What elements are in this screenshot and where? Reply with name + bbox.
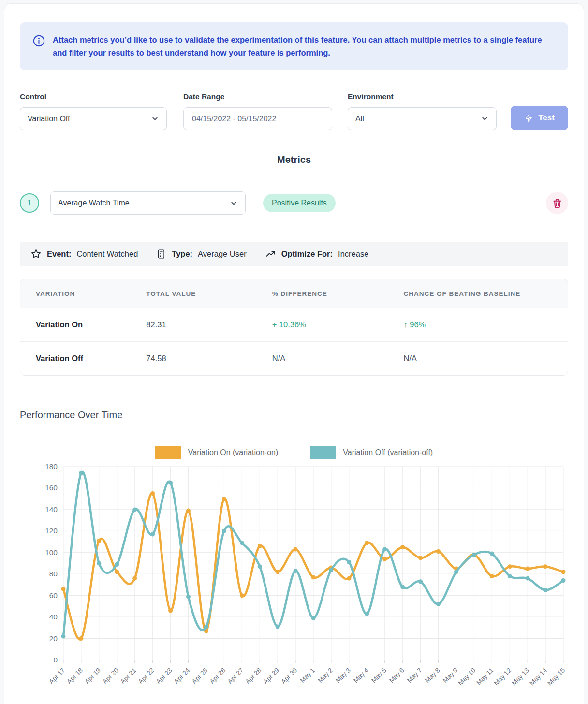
info-icon [32, 34, 45, 47]
legend-swatch [310, 446, 336, 459]
x-axis-label: May 13 [510, 667, 530, 687]
y-axis-label: 60 [49, 591, 58, 600]
chart-data-point [79, 471, 83, 475]
chevron-down-icon [151, 115, 159, 123]
chart-data-point [61, 634, 66, 639]
chart-data-point [526, 576, 530, 581]
chart-data-point [240, 594, 244, 598]
table-column-header: CHANCE OF BEATING BASELINE [403, 279, 568, 308]
y-axis-label: 140 [45, 505, 58, 513]
environment-select[interactable]: All [348, 107, 497, 130]
optimize-label: Optimize For: [281, 249, 333, 259]
chart-data-point [508, 565, 512, 569]
optimize-detail: Optimize For: Increase [265, 249, 369, 260]
chart-data-point [382, 547, 387, 552]
divider-line [20, 160, 268, 160]
table-cell: 74.58 [146, 342, 272, 376]
table-cell: N/A [272, 342, 404, 376]
x-axis-label: May 3 [334, 667, 352, 685]
chart-data-point [311, 616, 316, 620]
divider-line [132, 415, 568, 415]
test-button[interactable]: Test [511, 106, 568, 130]
x-axis-label: Apr 26 [208, 667, 227, 686]
control-select-value: Variation Off [28, 115, 70, 123]
type-value: Average User [198, 249, 247, 259]
chart-data-point [526, 567, 530, 571]
chart-data-point [544, 588, 548, 592]
x-axis-label: May 10 [457, 667, 477, 687]
y-axis-label: 80 [49, 570, 58, 578]
event-value: Content Watched [76, 249, 138, 259]
y-axis-label: 100 [45, 548, 58, 557]
table-column-header: TOTAL VALUE [146, 279, 272, 308]
delete-metric-button[interactable] [546, 192, 568, 214]
event-detail: Event: Content Watched [30, 249, 138, 260]
x-axis-label: May 1 [299, 667, 317, 685]
x-axis-label: May 5 [370, 667, 388, 685]
legend-item[interactable]: Variation Off (variation-off) [310, 446, 433, 459]
chart-data-point [150, 532, 155, 537]
x-axis-label: May 4 [352, 667, 370, 685]
table-row: Variation On82.31+ 10.36%↑ 96% [20, 308, 568, 342]
x-axis-label: Apr 19 [83, 667, 102, 686]
x-axis-label: May 14 [528, 667, 548, 687]
x-axis-label: Apr 22 [137, 667, 156, 686]
lightning-bolt-icon [524, 114, 533, 123]
chart-data-point [168, 609, 173, 613]
type-label: Type: [172, 249, 192, 259]
control-label: Control [20, 92, 167, 101]
x-axis-label: Apr 17 [47, 667, 66, 686]
chart-data-point [294, 569, 298, 573]
chart-data-point [132, 508, 137, 512]
legend-item[interactable]: Variation On (variation-on) [155, 446, 278, 459]
chart-data-point [168, 481, 173, 485]
table-column-header: % DIFFERENCE [272, 279, 404, 308]
trending-up-icon [265, 249, 276, 260]
trash-icon [552, 198, 563, 209]
experiment-panel: Attach metrics you’d like to use to vali… [4, 3, 584, 704]
y-axis-label: 160 [45, 484, 58, 492]
x-axis-label: Apr 18 [65, 667, 84, 686]
table-cell: N/A [403, 342, 568, 376]
legend-label: Variation On (variation-on) [188, 448, 278, 457]
chart-section-header: Performance Over Time [20, 410, 568, 421]
calculator-icon [156, 249, 166, 259]
environment-select-value: All [355, 115, 364, 123]
event-label: Event: [47, 249, 71, 259]
legend-swatch [155, 446, 181, 459]
chart-data-point [436, 549, 441, 554]
result-badge: Positive Results [263, 194, 336, 212]
date-range-input[interactable] [191, 114, 324, 124]
chart-data-point [61, 587, 66, 591]
chart-data-point [150, 491, 155, 496]
x-axis-label: May 15 [546, 667, 566, 687]
info-banner-text: Attach metrics you’d like to use to vali… [53, 33, 556, 59]
x-axis-label: Apr 29 [262, 667, 281, 686]
control-select[interactable]: Variation Off [20, 107, 167, 130]
chart-data-point [472, 553, 476, 557]
date-range-label: Date Range [183, 92, 332, 101]
divider-line [320, 160, 568, 160]
table-cell: Variation On [20, 308, 146, 342]
chart-data-point [276, 625, 280, 629]
chart-data-point [544, 565, 548, 569]
x-axis-label: May 6 [388, 667, 406, 685]
chart-data-point [382, 557, 387, 561]
chart-data-point [418, 580, 423, 584]
chart-data-point [97, 539, 101, 543]
environment-label: Environment [348, 92, 497, 101]
x-axis-label: Apr 28 [244, 667, 263, 686]
metric-select[interactable]: Average Watch Time [50, 191, 246, 215]
chart-data-point [365, 612, 369, 616]
test-button-label: Test [538, 113, 555, 123]
controls-row: Control Variation Off Date Range Environ… [20, 92, 568, 130]
metrics-section-header: Metrics [20, 154, 568, 165]
chart-data-point [276, 570, 280, 574]
chart-data-point [294, 547, 298, 552]
x-axis-label: Apr 30 [279, 667, 298, 686]
table-cell: Variation Off [20, 342, 146, 376]
chevron-down-icon [481, 115, 489, 123]
results-table: VARIATIONTOTAL VALUE% DIFFERENCECHANCE O… [20, 279, 568, 375]
chart-data-point [258, 544, 262, 548]
y-axis-label: 120 [45, 527, 58, 535]
